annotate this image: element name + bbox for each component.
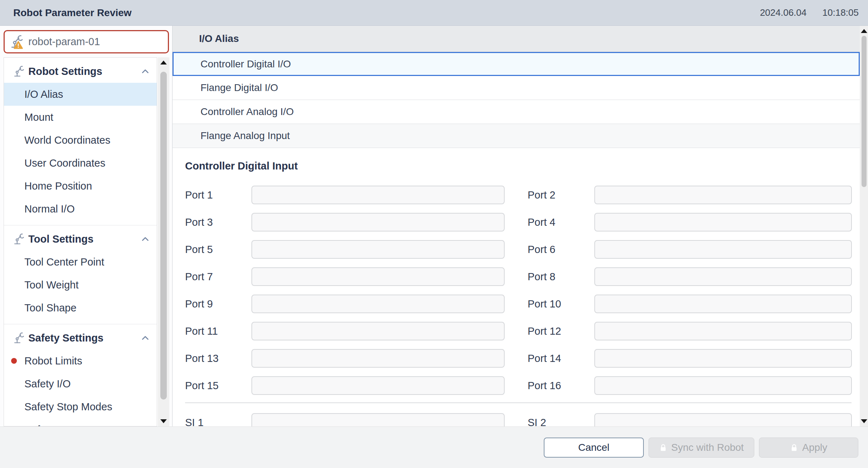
sidebar-item-safety-zone[interactable]: Safety Zone [4,418,157,426]
sidebar-item-label: Tool Shape [24,302,76,314]
sync-with-robot-button[interactable]: Sync with Robot [648,438,754,458]
scrollbar-thumb[interactable] [160,72,167,400]
sidebar-item-robot-limits[interactable]: Robot Limits [4,349,157,372]
divider [185,402,852,403]
grid-spacer [505,376,528,395]
main-panel: I/O Alias Controller Digital I/O Flange … [172,26,860,426]
port-label: Port 4 [528,213,594,231]
scrollbar-thumb[interactable] [862,36,867,187]
sidebar-item-home-position[interactable]: Home Position [4,175,157,197]
port-2-input[interactable] [594,186,852,204]
scroll-down-icon[interactable] [160,419,167,423]
port-10-input[interactable] [594,295,852,313]
io-tab-label: Flange Analog Input [201,130,290,142]
tab-flange-digital-i-o[interactable]: Flange Digital I/O [173,76,860,100]
io-tab-label: Flange Digital I/O [201,82,278,94]
settings-section: Tool Settings Tool Center Point Tool Wei… [4,225,157,324]
port-9-input[interactable] [251,295,505,313]
settings-section: Robot Settings I/O Alias Mount World Coo… [4,58,157,225]
sidebar: Robot Settings I/O Alias Mount World Coo… [0,26,172,426]
apply-button[interactable]: Apply [759,438,858,458]
sidebar-item-label: Tool Center Point [24,256,104,268]
port-13-input[interactable] [251,349,505,368]
page-title: Robot Parameter Review [13,7,132,19]
port-6-input[interactable] [594,240,852,259]
sidebar-item-tool-center-point[interactable]: Tool Center Point [4,250,157,273]
sidebar-item-tool-weight[interactable]: Tool Weight [4,273,157,296]
sidebar-item-user-coordinates[interactable]: User Coordinates [4,152,157,175]
port-4-input[interactable] [594,213,852,231]
grid-spacer [505,213,528,231]
grid-spacer [505,240,528,259]
cancel-button[interactable]: Cancel [544,438,644,458]
scroll-up-icon[interactable] [160,61,167,65]
main-scrollbar[interactable] [860,26,868,426]
sidebar-item-normal-i-o[interactable]: Normal I/O [4,197,157,220]
sidebar-item-label: World Coordinates [24,134,110,146]
port-5-input[interactable] [251,240,505,259]
warning-icon [14,41,23,49]
section-header-tool-settings[interactable]: Tool Settings [4,228,157,250]
port-12-input[interactable] [594,322,852,340]
section-header-safety-settings[interactable]: Safety Settings [4,326,157,349]
port-label: Port 10 [528,295,594,313]
action-bar: Cancel Sync with Robot Apply [0,426,868,468]
sidebar-scrollbar[interactable] [158,57,169,426]
titlebar: Robot Parameter Review 2024.06.04 10:18:… [0,0,868,26]
param-name-input[interactable] [4,30,169,53]
tab-controller-analog-i-o[interactable]: Controller Analog I/O [173,100,860,124]
alert-dot-icon [11,358,17,364]
port-11-input[interactable] [251,322,505,340]
chevron-up-icon [140,234,150,244]
port-16-input[interactable] [594,376,852,395]
port-3-input[interactable] [251,213,505,231]
sidebar-item-mount[interactable]: Mount [4,106,157,129]
port-label: Port 3 [185,213,251,231]
robot-arm-icon [13,233,25,245]
io-tab-label: Controller Digital I/O [201,58,291,70]
si-1-input[interactable] [251,413,505,426]
port-1-input[interactable] [251,186,505,204]
section-label: Tool Settings [28,233,94,245]
tab-flange-analog-input[interactable]: Flange Analog Input [173,124,860,148]
section-header-robot-settings[interactable]: Robot Settings [4,60,157,83]
port-label: SI 2 [528,413,594,426]
si-2-input[interactable] [594,413,852,426]
sidebar-item-tool-shape[interactable]: Tool Shape [4,296,157,319]
chevron-up-icon [140,333,150,343]
grid-spacer [505,322,528,340]
port-label: Port 6 [528,240,594,259]
tab-controller-digital-i-o[interactable]: Controller Digital I/O [173,52,860,76]
port-8-input[interactable] [594,267,852,286]
scroll-down-icon[interactable] [861,419,867,423]
settings-tree: Robot Settings I/O Alias Mount World Coo… [4,57,157,426]
sidebar-item-safety-stop-modes[interactable]: Safety Stop Modes [4,395,157,418]
time-label: 10:18:05 [822,7,859,18]
port-14-input[interactable] [594,349,852,368]
port-label: Port 7 [185,267,251,286]
port-label: SI 1 [185,413,251,426]
sidebar-item-label: User Coordinates [24,157,105,169]
sidebar-item-label: Home Position [24,180,92,192]
port-label: Port 11 [185,322,251,340]
sidebar-item-label: I/O Alias [24,89,63,100]
sidebar-item-label: Safety I/O [24,378,71,390]
port-label: Port 14 [528,349,594,368]
port-label: Port 15 [185,376,251,395]
port-label: Port 13 [185,349,251,368]
port-label: Port 1 [185,186,251,204]
date-label: 2024.06.04 [760,7,807,18]
sidebar-item-world-coordinates[interactable]: World Coordinates [4,129,157,152]
sidebar-item-label: Mount [24,111,53,123]
sidebar-item-safety-i-o[interactable]: Safety I/O [4,372,157,395]
scroll-up-icon[interactable] [861,29,867,33]
port-7-input[interactable] [251,267,505,286]
sidebar-item-i-o-alias[interactable]: I/O Alias [4,83,157,106]
robot-arm-icon [13,65,25,77]
port-label: Port 9 [185,295,251,313]
grid-spacer [505,267,528,286]
port-label: Port 5 [185,240,251,259]
section-label: Safety Settings [28,332,104,344]
port-15-input[interactable] [251,376,505,395]
sidebar-item-label: Safety Zone [24,424,80,427]
